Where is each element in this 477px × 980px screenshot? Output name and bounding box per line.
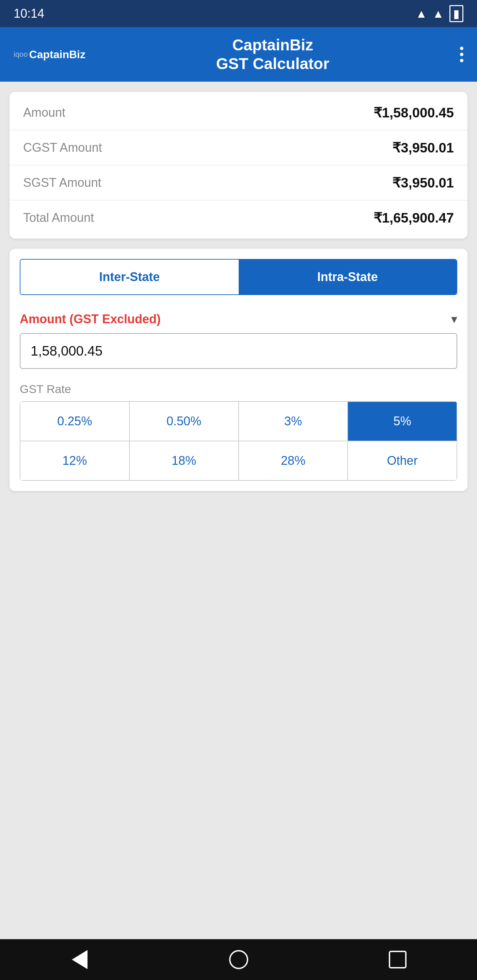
gst-rate-3[interactable]: 3% bbox=[239, 401, 348, 441]
status-time: 10:14 bbox=[14, 6, 44, 21]
gst-rate-grid: 0.25% 0.50% 3% 5% 12% 18% 28% Other bbox=[20, 401, 457, 481]
status-icons: ▲ ▲ ▮ bbox=[416, 5, 463, 22]
amount-input-container bbox=[20, 333, 457, 369]
logo-name: CaptainBiz bbox=[29, 48, 85, 61]
menu-dot-2 bbox=[460, 53, 463, 56]
dropdown-arrow-icon: ▾ bbox=[451, 312, 457, 326]
sgst-label: SGST Amount bbox=[23, 176, 101, 190]
total-label: Total Amount bbox=[23, 211, 94, 225]
logo: iqoo CaptainBiz bbox=[14, 48, 85, 61]
cgst-label: CGST Amount bbox=[23, 140, 102, 155]
summary-card: Amount ₹1,58,000.45 CGST Amount ₹3,950.0… bbox=[10, 92, 467, 239]
amount-input[interactable] bbox=[30, 343, 447, 359]
cgst-value: ₹3,950.01 bbox=[392, 140, 454, 156]
menu-dot-1 bbox=[460, 47, 463, 50]
logo-prefix: iqoo bbox=[14, 50, 28, 59]
amount-label: Amount bbox=[23, 105, 65, 120]
summary-row-total: Total Amount ₹1,65,900.47 bbox=[10, 200, 467, 235]
signal-icon: ▲ bbox=[432, 7, 444, 21]
calculator-card: Inter-State Intra-State Amount (GST Excl… bbox=[10, 249, 467, 491]
menu-dot-3 bbox=[460, 59, 463, 62]
gst-rate-0-25[interactable]: 0.25% bbox=[20, 401, 129, 441]
gst-rate-12[interactable]: 12% bbox=[20, 441, 129, 480]
app-title-line2: GST Calculator bbox=[85, 54, 460, 73]
summary-row-sgst: SGST Amount ₹3,950.01 bbox=[10, 165, 467, 200]
gst-rate-0-50[interactable]: 0.50% bbox=[129, 401, 239, 441]
back-icon bbox=[72, 950, 88, 969]
wifi-icon: ▲ bbox=[416, 7, 427, 21]
recent-apps-button[interactable] bbox=[384, 946, 411, 973]
total-value: ₹1,65,900.47 bbox=[373, 210, 454, 226]
sgst-value: ₹3,950.01 bbox=[392, 175, 454, 191]
header-title: CaptainBiz GST Calculator bbox=[85, 36, 460, 73]
app-title-line1: CaptainBiz bbox=[85, 36, 460, 54]
status-bar: 10:14 ▲ ▲ ▮ bbox=[0, 0, 477, 27]
back-button[interactable] bbox=[66, 946, 93, 973]
recent-icon bbox=[389, 951, 407, 969]
gst-rate-label: GST Rate bbox=[20, 382, 457, 396]
amount-type-selector[interactable]: Amount (GST Excluded) ▾ bbox=[20, 309, 457, 333]
gst-rate-other[interactable]: Other bbox=[348, 441, 457, 480]
home-button[interactable] bbox=[225, 946, 252, 973]
home-icon bbox=[229, 950, 248, 969]
menu-button[interactable] bbox=[460, 47, 463, 62]
summary-row-cgst: CGST Amount ₹3,950.01 bbox=[10, 130, 467, 165]
amount-type-label: Amount (GST Excluded) bbox=[20, 312, 161, 326]
intra-state-button[interactable]: Intra-State bbox=[239, 259, 457, 294]
gst-rate-28[interactable]: 28% bbox=[239, 441, 348, 480]
app-header: iqoo CaptainBiz CaptainBiz GST Calculato… bbox=[0, 27, 477, 82]
inter-state-button[interactable]: Inter-State bbox=[21, 259, 239, 294]
amount-value: ₹1,58,000.45 bbox=[373, 105, 454, 121]
battery-icon: ▮ bbox=[450, 5, 463, 22]
state-toggle-group: Inter-State Intra-State bbox=[20, 259, 457, 295]
gst-rate-18[interactable]: 18% bbox=[129, 441, 239, 480]
summary-row-amount: Amount ₹1,58,000.45 bbox=[10, 95, 467, 130]
bottom-navigation bbox=[0, 939, 477, 980]
gst-rate-5[interactable]: 5% bbox=[348, 401, 457, 441]
